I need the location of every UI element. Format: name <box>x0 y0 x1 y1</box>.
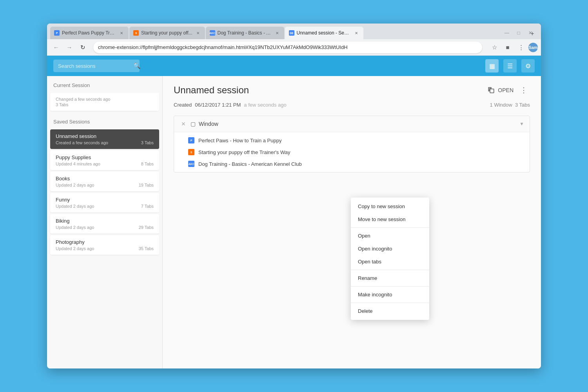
current-session-meta: Changed a few seconds ago <box>56 97 154 102</box>
open-icon <box>488 87 495 94</box>
window-section: ✕ ▢ Window ▼ P Perfect Paws - How to Tra… <box>174 116 530 172</box>
context-menu-item-open-incognito[interactable]: Open incognito <box>351 242 429 255</box>
context-menu-item-open[interactable]: Open <box>351 229 429 242</box>
session-card-books[interactable]: Books Updated 2 days ago 19 Tabs <box>50 172 159 191</box>
main-layout: Current Session Changed a few seconds ag… <box>47 76 541 368</box>
session-header: Unnamed session OPEN ⋮ <box>174 84 530 96</box>
tab-favicon: AKC <box>210 30 215 36</box>
browser-tab-tab1[interactable]: P Perfect Paws Puppy Trai... ✕ <box>50 27 129 39</box>
search-input[interactable] <box>53 60 140 72</box>
navigation-toolbar: ← → ↻ ☆ ■ ⋮ Sam <box>47 39 541 56</box>
settings-button[interactable]: ⚙ <box>521 59 535 73</box>
search-icon[interactable]: 🔍 <box>133 62 141 69</box>
session-counts: 1 Window 3 Tabs <box>490 102 530 108</box>
current-session-card[interactable]: Changed a few seconds ago 3 Tabs <box>50 93 159 111</box>
grid-view-button[interactable]: ▦ <box>485 59 499 73</box>
back-button[interactable]: ← <box>50 42 62 53</box>
session-card-tabs: 7 Tabs <box>141 204 154 209</box>
window-header: ✕ ▢ Window ▼ <box>174 116 530 132</box>
saved-sessions-heading: Saved Sessions <box>47 113 162 128</box>
sessions-list: Unnamed session Created a few seconds ag… <box>47 129 162 255</box>
session-card-date: Updated 2 days ago <box>56 225 94 230</box>
session-card-meta: Updated 2 days ago 7 Tabs <box>56 204 154 209</box>
context-menu-item-delete[interactable]: Delete <box>351 305 429 318</box>
session-meta: Created 06/12/2017 1:21 PM a few seconds… <box>174 102 530 108</box>
list-view-button[interactable]: ☰ <box>503 59 517 73</box>
tab-item-title: Perfect Paws - How to Train a Puppy <box>198 138 524 143</box>
title-bar: P Perfect Paws Puppy Trai... ✕ S Startin… <box>47 24 541 39</box>
extensions-button[interactable]: ■ <box>502 42 514 53</box>
browser-tab-tab2[interactable]: S Starting your puppy off... ✕ <box>129 27 205 39</box>
context-menu-item-make-incognito[interactable]: Make incognito <box>351 288 429 301</box>
window-controls: — □ ✕ <box>501 27 536 39</box>
more-options-button[interactable]: ⋮ <box>517 84 530 96</box>
menu-button[interactable]: ⋮ <box>515 42 527 53</box>
close-button[interactable]: ✕ <box>524 27 536 39</box>
bookmark-button[interactable]: ☆ <box>488 42 500 53</box>
tab-favicon: S <box>133 30 139 36</box>
browser-tabs: P Perfect Paws Puppy Trai... ✕ S Startin… <box>50 27 527 39</box>
session-card-date: Updated 2 days ago <box>56 204 94 209</box>
tab-item-favicon: S <box>188 149 194 155</box>
open-button[interactable]: OPEN <box>484 84 517 96</box>
tab-item[interactable]: P Perfect Paws - How to Train a Puppy <box>174 134 530 146</box>
svg-rect-0 <box>490 89 494 93</box>
forward-button[interactable]: → <box>64 42 75 53</box>
current-session-tabs: 3 Tabs <box>56 102 154 107</box>
session-card-title: Funny <box>56 197 154 203</box>
context-menu-item-copy-new-session[interactable]: Copy to new session <box>351 200 429 213</box>
session-card-funny[interactable]: Funny Updated 2 days ago 7 Tabs <box>50 193 159 212</box>
tab-item-title: Dog Training - Basics - American Kennel … <box>198 161 524 167</box>
session-card-title: Puppy Supplies <box>56 154 154 160</box>
app-header: 🔍 ▦ ☰ ⚙ <box>47 56 541 76</box>
tab-title: Unnamed session - Sess... <box>297 30 351 36</box>
context-menu-divider <box>351 303 429 303</box>
toolbar-actions: ☆ ■ ⋮ Sam <box>488 42 538 53</box>
tab-close-button[interactable]: ✕ <box>195 30 201 36</box>
sidebar: Current Session Changed a few seconds ag… <box>47 76 163 368</box>
user-avatar[interactable]: Sam <box>528 43 538 52</box>
tabs-bar: P Perfect Paws Puppy Trai... ✕ S Startin… <box>47 24 541 39</box>
context-menu-item-move-new-session[interactable]: Move to new session <box>351 213 429 226</box>
created-relative: a few seconds ago <box>244 102 286 108</box>
created-date: 06/12/2017 1:21 PM <box>195 102 241 108</box>
session-card-tabs: 35 Tabs <box>139 246 154 251</box>
session-card-tabs: 29 Tabs <box>139 225 154 230</box>
session-card-date: Created a few seconds ago <box>56 140 108 145</box>
session-card-meta: Updated 2 days ago 19 Tabs <box>56 183 154 187</box>
tab-title: Starting your puppy off... <box>141 30 192 36</box>
tab-item[interactable]: AKC Dog Training - Basics - American Ken… <box>174 158 530 170</box>
window-close-button[interactable]: ✕ <box>180 120 187 128</box>
context-menu: Copy to new sessionMove to new sessionOp… <box>351 198 429 320</box>
browser-tab-tab4[interactable]: SB Unnamed session - Sess... ✕ <box>285 27 363 39</box>
session-card-date: Updated 4 minutes ago <box>56 162 100 166</box>
window-arrow-button[interactable]: ▼ <box>519 121 524 127</box>
session-card-tabs: 3 Tabs <box>141 140 154 145</box>
address-bar[interactable] <box>93 42 482 53</box>
browser-window: P Perfect Paws Puppy Trai... ✕ S Startin… <box>47 24 541 368</box>
session-card-date: Updated 2 days ago <box>56 183 94 187</box>
browser-tab-tab3[interactable]: AKC Dog Training - Basics - A... ✕ <box>206 27 284 39</box>
tab-list: P Perfect Paws - How to Train a Puppy S … <box>174 132 530 172</box>
tab-item[interactable]: S Starting your puppy off the Trainer's … <box>174 146 530 158</box>
reload-button[interactable]: ↻ <box>77 42 89 53</box>
context-menu-item-rename[interactable]: Rename <box>351 272 429 285</box>
tab-close-button[interactable]: ✕ <box>274 30 280 36</box>
session-card-title: Photography <box>56 239 154 245</box>
app-container: 🔍 ▦ ☰ ⚙ Current Session Changed a few se… <box>47 56 541 368</box>
context-menu-item-open-tabs[interactable]: Open tabs <box>351 255 429 268</box>
tab-close-button[interactable]: ✕ <box>353 30 359 36</box>
session-card-biking[interactable]: Biking Updated 2 days ago 29 Tabs <box>50 214 159 234</box>
session-card-meta: Updated 2 days ago 29 Tabs <box>56 225 154 230</box>
minimize-button[interactable]: — <box>501 27 513 39</box>
tab-favicon: P <box>54 30 60 36</box>
session-card-photography[interactable]: Photography Updated 2 days ago 35 Tabs <box>50 235 159 255</box>
session-card-unnamed[interactable]: Unnamed session Created a few seconds ag… <box>50 129 159 149</box>
tab-item-favicon: AKC <box>188 161 194 167</box>
content-area: Unnamed session OPEN ⋮ Created 06/12/201… <box>163 76 541 368</box>
tab-item-favicon: P <box>188 137 194 143</box>
tab-close-button[interactable]: ✕ <box>118 30 125 36</box>
maximize-button[interactable]: □ <box>513 27 524 39</box>
session-card-puppy[interactable]: Puppy Supplies Updated 4 minutes ago 8 T… <box>50 151 159 170</box>
context-menu-divider <box>351 270 429 270</box>
